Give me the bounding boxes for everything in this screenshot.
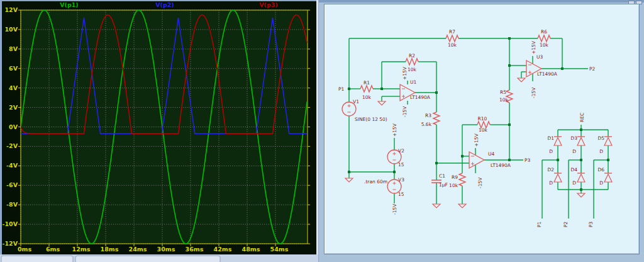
junction-dot xyxy=(508,123,511,126)
x-axis-tick-label: 54ms xyxy=(270,246,289,253)
junction-dot xyxy=(508,159,511,161)
diode-D6[interactable] xyxy=(604,174,612,183)
x-axis-tick-label: 0ms xyxy=(18,246,32,253)
ground-icon[interactable] xyxy=(458,204,466,208)
y-axis-tick-label: -12V xyxy=(2,240,18,247)
y-axis-tick-label: 4V xyxy=(9,84,18,91)
schematic-label: V3 xyxy=(398,177,404,183)
schematic-label: D5 xyxy=(597,135,604,141)
schematic-label: D xyxy=(572,149,576,154)
schematic-pane-titlebar xyxy=(319,0,644,3)
net-label-minus15v: -15V xyxy=(531,87,536,98)
resistor-R1[interactable] xyxy=(360,86,373,92)
junction-dot xyxy=(435,91,438,94)
schematic-label: R9 xyxy=(452,174,458,180)
x-axis-tick-label: 24ms xyxy=(129,246,147,253)
schematic-label: R3 xyxy=(425,113,431,118)
trace-label-vp2[interactable]: V(p2) xyxy=(155,1,174,8)
junction-dot xyxy=(380,88,383,90)
x-axis-tick-label: 30ms xyxy=(157,246,175,253)
net-label-minus15v: -15V xyxy=(477,177,483,188)
junction-dot xyxy=(557,159,559,161)
ground-icon[interactable] xyxy=(577,193,585,197)
schematic-label: R7 xyxy=(449,29,455,35)
net-label-plus15v: +15V xyxy=(402,66,408,80)
net-label-p3: P3 xyxy=(525,157,531,163)
diode-D3[interactable] xyxy=(577,138,585,146)
schematic-label: U3 xyxy=(536,54,543,60)
opamp-U4[interactable] xyxy=(469,152,484,168)
window-tab[interactable] xyxy=(75,256,220,262)
junction-dot xyxy=(508,64,511,67)
y-axis-tick-label: 12V xyxy=(4,6,18,13)
net-label-p3: P3 xyxy=(588,221,594,227)
x-axis-tick-label: 18ms xyxy=(101,246,119,253)
schematic-label: 5.6k xyxy=(421,122,432,127)
diode-D1[interactable] xyxy=(554,138,562,146)
y-axis-tick-label: -8V xyxy=(6,201,18,208)
junction-dot xyxy=(580,159,582,161)
y-axis-tick-label: 2V xyxy=(9,104,18,111)
schematic-label: D xyxy=(599,149,603,154)
junction-dot xyxy=(580,188,582,191)
schematic-label: D2 xyxy=(547,167,554,173)
schematic-label: R1 xyxy=(364,80,370,86)
net-label-p1: P1 xyxy=(536,221,542,227)
diode-D5[interactable] xyxy=(604,138,612,146)
net-label-plus15v: +15V xyxy=(474,133,479,147)
diode-D2[interactable] xyxy=(554,174,562,183)
schematic-label: R10 xyxy=(478,116,487,122)
resistor-R2[interactable] xyxy=(406,59,418,65)
ground-icon[interactable] xyxy=(518,78,525,82)
diode-D4[interactable] xyxy=(577,174,585,183)
schematic-label: 10k xyxy=(540,42,549,48)
spice-directive: .tran 60m xyxy=(364,179,387,185)
y-axis-tick-label: -2V xyxy=(6,142,18,149)
junction-dot xyxy=(393,171,396,173)
schematic-canvas[interactable]: R710kR610kR110kR210kR1010kR35.6kR510kR91… xyxy=(324,4,640,254)
y-axis-tick-label: 6V xyxy=(9,65,18,72)
x-axis-tick-label: 48ms xyxy=(242,246,260,253)
schematic-label: D1 xyxy=(547,135,554,141)
schematic-label: D xyxy=(599,180,603,186)
schematic-label: 10k xyxy=(362,94,372,100)
schematic-label: 15 xyxy=(398,191,404,197)
schematic-label: C1 xyxy=(439,173,445,179)
resistor-R9[interactable] xyxy=(459,173,465,186)
net-label-minus15v: -15V xyxy=(402,106,408,117)
trace-label-vp1[interactable]: V(p1) xyxy=(60,1,78,8)
resistor-R6[interactable] xyxy=(538,35,550,42)
net-label-p2: P2 xyxy=(589,66,596,72)
schematic-label: LT1490A xyxy=(537,71,558,77)
schematic-label: D4 xyxy=(570,167,577,173)
schematic-drawing: R710kR610kR110kR210kR1010kR35.6kR510kR91… xyxy=(325,4,639,254)
schematic-label: 10k xyxy=(499,97,509,103)
x-axis-tick-label: 12ms xyxy=(72,246,91,253)
schematic-label: D xyxy=(549,149,553,154)
ground-icon[interactable] xyxy=(433,204,440,208)
x-axis-tick-label: 42ms xyxy=(214,246,232,253)
x-axis-tick-label: 6ms xyxy=(46,246,60,253)
net-label-p2: P2 xyxy=(563,221,569,227)
y-axis-tick-label: -4V xyxy=(6,162,18,169)
window-tab[interactable] xyxy=(1,256,73,262)
waveform-plot: 12V10V8V6V4V2V0V-2V-4V-6V-8V-10V-12V0ms6… xyxy=(0,0,318,262)
schematic-pane[interactable]: R710kR610kR110kR210kR1010kR35.6kR510kR91… xyxy=(318,0,644,262)
net-label-rec: REC xyxy=(579,113,585,122)
schematic-label: 10k xyxy=(408,67,417,72)
ground-icon[interactable] xyxy=(345,178,353,182)
schematic-label: D xyxy=(549,180,553,186)
resistor-R7[interactable] xyxy=(446,35,458,42)
junction-dot xyxy=(561,67,564,70)
schematic-label: D xyxy=(572,180,576,186)
schematic-label: 15 xyxy=(398,162,404,168)
junction-dot xyxy=(580,128,582,131)
y-axis-tick-label: 10V xyxy=(4,26,18,33)
resistor-R3[interactable] xyxy=(433,112,440,125)
trace-label-vp3[interactable]: V(p3) xyxy=(259,1,277,8)
ground-icon[interactable] xyxy=(378,101,386,105)
waveform-pane[interactable]: 12V10V8V6V4V2V0V-2V-4V-6V-8V-10V-12V0ms6… xyxy=(0,0,318,262)
schematic-label: 10k xyxy=(479,127,488,133)
net-label-p1: P1 xyxy=(338,86,345,92)
net-label-plus15v: +15V xyxy=(531,40,536,54)
